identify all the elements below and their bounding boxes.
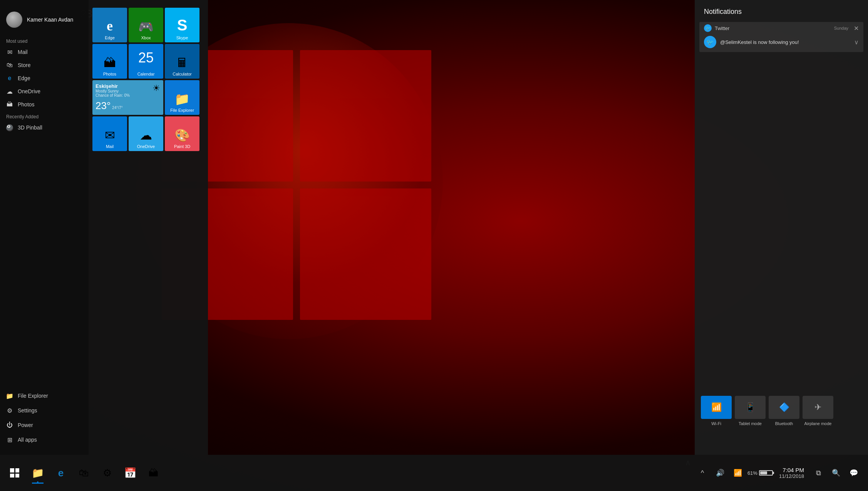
action-buttons-row: 📶 Wi-Fi 📱 Tablet mode 🔷 Bluetooth ✈ [701,396,862,426]
notif-app-row: 🐦 Twitter Sunday ✕ [699,22,863,34]
fileexplorer-label: File Explorer [18,393,48,399]
notif-message: @SelimKestel is now following you! [720,39,850,45]
battery-fill [760,471,767,474]
network-button[interactable]: 📶 [730,461,746,484]
action-wifi[interactable]: 📶 Wi-Fi [701,396,732,426]
tablet-tile-btn: 📱 [735,396,766,419]
pinball-icon: 🎱 [6,124,13,131]
taskbar-calendar[interactable]: 📅 [119,461,142,484]
photos-label: Photos [18,101,35,108]
airplane-icon: ✈ [814,402,821,412]
notification-center-icon: 💬 [850,469,858,477]
start-menu-tiles: e Edge 🎮 Xbox S Skype 🏔 Photos 25 [89,0,208,455]
notification-item-twitter[interactable]: 🐦 Twitter Sunday ✕ 🐦 @SelimKestel is now… [699,22,863,52]
start-icon-pane-3 [10,474,14,478]
settings-icon: ⚙ [6,407,13,414]
sidebar-item-power[interactable]: ⏻ Power [0,418,89,432]
weather-tile-desc: Mostly Sunny [96,89,160,93]
onedrive-tile-icon: ☁ [140,128,152,143]
taskbar-settings[interactable]: ⚙ [96,461,119,484]
fileexplorer-icon: 📁 [6,392,13,399]
taskbar-store-icon: 🛍 [79,467,89,479]
calculator-tile-label: Calculator [173,72,192,76]
mail-icon: ✉ [6,49,13,55]
tile-fileexplorer[interactable]: 📁 File Explorer [165,80,199,115]
weather-tile-rain: Chance of Rain: 0% [96,93,160,98]
sidebar-item-mail[interactable]: ✉ Mail [0,45,89,59]
tile-onedrive[interactable]: ☁ OneDrive [129,116,163,151]
volume-button[interactable]: 🔊 [712,461,728,484]
sidebar-item-fileexplorer[interactable]: 📁 File Explorer [0,388,89,403]
edge-tile-label: Edge [105,35,115,40]
calendar-tile-label: Calendar [137,72,155,76]
airplane-label: Airplane mode [804,421,832,426]
paint3d-tile-label: Paint 3D [174,144,190,149]
taskbar-store[interactable]: 🛍 [72,461,96,484]
user-profile[interactable]: Kamer Kaan Avdan [0,8,89,35]
start-button[interactable] [3,461,26,484]
tile-skype[interactable]: S Skype [165,8,199,42]
calendar-content: 25 [129,44,163,72]
battery-widget[interactable]: 61% [747,470,773,476]
recently-added-label: Recently Added [0,111,89,121]
start-icon [10,468,19,478]
sidebar-item-settings[interactable]: ⚙ Settings [0,403,89,418]
store-label: Store [18,62,30,68]
twitter-icon: 🐦 [704,36,716,48]
start-icon-pane-4 [15,474,20,478]
network-icon: 📶 [734,469,742,477]
taskbar-settings-icon: ⚙ [103,467,112,479]
taskbar-calendar-icon: 📅 [124,467,136,479]
task-view-button[interactable]: ⧉ [810,461,826,484]
volume-icon: 🔊 [716,469,724,477]
tile-mail[interactable]: ✉ Mail [92,116,127,151]
sidebar-item-3dpinball[interactable]: 🎱 3D Pinball [0,121,89,134]
tile-calculator[interactable]: 🖩 Calculator [165,44,199,79]
chevron-button[interactable]: ^ [694,461,710,484]
taskbar-edge[interactable]: e [49,461,72,484]
wifi-tile-btn: 📶 [701,396,732,419]
weather-tile-sun-icon: ☀ [152,83,160,93]
notifications-title: Notifications [695,0,868,20]
tiles-grid: e Edge 🎮 Xbox S Skype 🏔 Photos 25 [92,8,204,151]
taskbar-photos[interactable]: 🏔 [142,461,165,484]
sidebar-item-allapps[interactable]: ⊞ All apps [0,432,89,447]
start-icon-pane-2 [15,468,20,473]
sidebar-item-edge[interactable]: e Edge [0,72,89,85]
xbox-tile-icon: 🎮 [138,19,154,34]
sidebar-item-photos[interactable]: 🏔 Photos [0,98,89,111]
tile-calendar[interactable]: 25 Calendar [129,44,163,79]
action-bluetooth[interactable]: 🔷 Bluetooth [769,396,799,426]
photos-tile-icon: 🏔 [104,56,116,70]
tile-paint3d[interactable]: 🎨 Paint 3D [165,116,199,151]
onedrive-tile-label: OneDrive [137,144,155,149]
taskbar-fileexplorer[interactable]: 📁 [26,461,49,484]
mail-tile-label: Mail [106,144,114,149]
battery-bar [759,470,773,476]
action-tablet-mode[interactable]: 📱 Tablet mode [735,396,766,426]
cortana-button[interactable]: 🔍 [828,461,844,484]
sidebar-item-onedrive[interactable]: ☁ OneDrive [0,85,89,98]
notification-center-button[interactable]: 💬 [846,461,862,484]
tile-edge[interactable]: e Edge [92,8,127,42]
notif-expand-button[interactable]: ∨ [854,39,859,46]
avatar [6,12,22,28]
skype-tile-icon: S [177,17,188,34]
sidebar-item-store[interactable]: 🛍 Store [0,59,89,72]
notif-close-button[interactable]: ✕ [854,25,859,32]
tile-xbox[interactable]: 🎮 Xbox [129,8,163,42]
edge-label: Edge [18,75,30,81]
mail-tile-icon: ✉ [105,128,115,143]
action-airplane-mode[interactable]: ✈ Airplane mode [803,396,833,426]
tile-weather[interactable]: Eskişehir Mostly Sunny Chance of Rain: 0… [92,80,163,115]
clock[interactable]: 7:04 PM 11/12/2018 [774,467,809,479]
weather-tile-temp: 23° [96,100,111,112]
win-logo-pane-4 [300,188,431,320]
pinball-label: 3D Pinball [18,124,42,131]
tile-photos[interactable]: 🏔 Photos [92,44,127,79]
allapps-label: All apps [18,437,37,443]
fileexplorer-tile-icon: 📁 [174,92,190,106]
task-view-icon: ⧉ [816,469,821,477]
power-icon: ⏻ [6,422,13,429]
airplane-tile-btn: ✈ [803,396,833,419]
